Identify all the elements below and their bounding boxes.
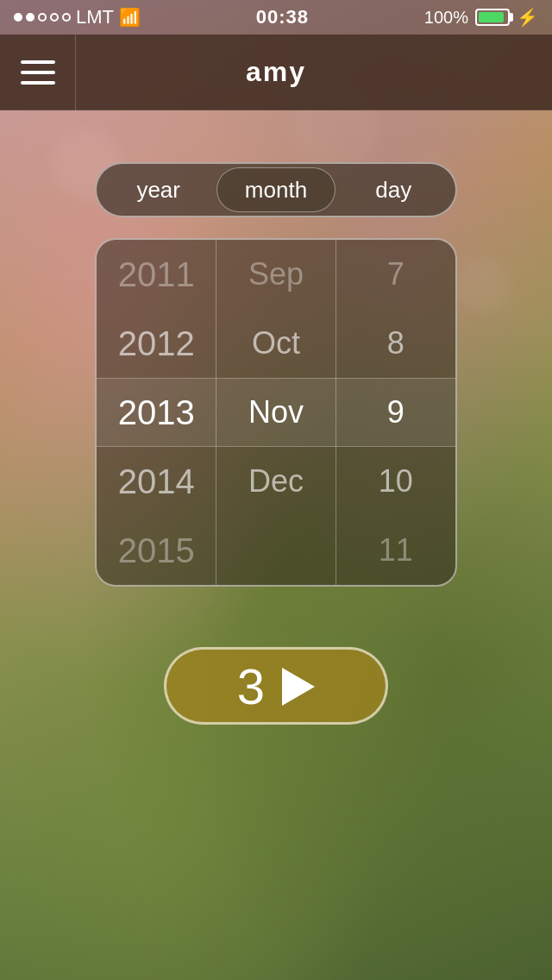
- year-row-4: 2015: [97, 516, 216, 585]
- dot-5: [62, 13, 71, 22]
- battery-container: [475, 9, 510, 26]
- month-row-2: Nov: [216, 378, 336, 447]
- action-button[interactable]: 3: [164, 647, 388, 725]
- status-right: 100% ⚡: [424, 7, 538, 28]
- battery-fill: [479, 12, 504, 22]
- month-row-3: Dec: [216, 447, 336, 516]
- menu-line-1: [21, 60, 55, 64]
- status-time: 00:38: [256, 6, 309, 28]
- month-row-0: Sep: [216, 240, 336, 309]
- charging-icon: ⚡: [517, 7, 538, 28]
- day-row-2: 9: [336, 378, 455, 447]
- year-row-1: 2012: [97, 309, 216, 378]
- carrier-label: LMT: [76, 6, 114, 28]
- wifi-icon: 📶: [119, 7, 141, 28]
- day-row-0: 7: [336, 240, 455, 309]
- status-bar: LMT 📶 00:38 100% ⚡: [0, 0, 552, 35]
- day-row-1: 8: [336, 309, 455, 378]
- seg-day[interactable]: day: [336, 167, 452, 212]
- action-button-number: 3: [237, 657, 265, 715]
- seg-year[interactable]: year: [100, 167, 216, 212]
- menu-line-2: [21, 71, 55, 74]
- play-icon: [282, 668, 315, 706]
- seg-month[interactable]: month: [216, 167, 335, 212]
- years-column[interactable]: 2011 2012 2013 2014 2015: [97, 240, 216, 585]
- page-title: amy: [76, 56, 476, 88]
- menu-line-3: [21, 81, 55, 85]
- dot-1: [14, 13, 22, 22]
- year-row-3: 2014: [97, 447, 216, 516]
- month-row-1: Oct: [216, 309, 336, 378]
- status-left: LMT 📶: [14, 6, 141, 28]
- signal-dots: [14, 13, 71, 22]
- main-content: year month day 2011 2012 2013 2014 2015 …: [0, 110, 552, 980]
- segmented-control[interactable]: year month day: [95, 162, 457, 217]
- dot-2: [26, 13, 34, 22]
- dot-3: [38, 13, 47, 22]
- month-row-4: [216, 516, 336, 585]
- day-row-3: 10: [336, 447, 455, 516]
- picker-rows: 2011 2012 2013 2014 2015 Sep Oct Nov Dec…: [97, 240, 455, 585]
- year-row-0: 2011: [97, 240, 216, 309]
- year-row-2: 2013: [97, 378, 216, 447]
- dot-4: [50, 13, 59, 22]
- date-picker[interactable]: 2011 2012 2013 2014 2015 Sep Oct Nov Dec…: [95, 238, 457, 587]
- months-column[interactable]: Sep Oct Nov Dec: [216, 240, 336, 585]
- battery-icon: [475, 9, 510, 26]
- battery-percent: 100%: [424, 8, 468, 28]
- day-row-4: 11: [336, 516, 455, 585]
- header: amy: [0, 35, 552, 110]
- days-column[interactable]: 7 8 9 10 11: [336, 240, 455, 585]
- menu-button[interactable]: [0, 35, 76, 110]
